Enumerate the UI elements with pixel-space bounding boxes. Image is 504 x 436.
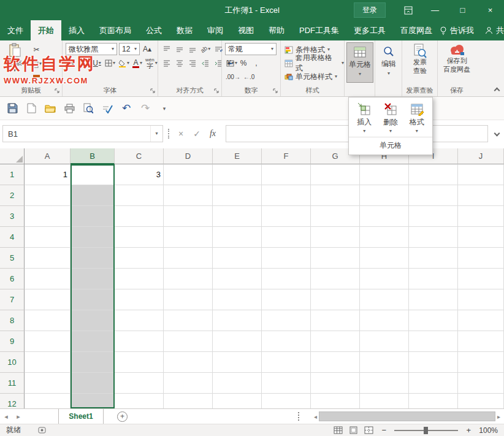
cell-G6[interactable] — [311, 269, 360, 289]
cell-F5[interactable] — [262, 248, 311, 269]
close-button[interactable]: × — [476, 0, 504, 20]
cell-H1[interactable] — [360, 164, 409, 185]
zoom-level-label[interactable]: 100% — [479, 426, 498, 435]
insert-function-button[interactable]: fx — [205, 125, 221, 142]
cell-J11[interactable] — [458, 373, 504, 394]
horizontal-scrollbar[interactable]: ◂ ▸ — [314, 411, 500, 421]
cell-J9[interactable] — [458, 331, 504, 352]
customize-qat-button[interactable]: ▾ — [157, 101, 172, 116]
invoice-check-button[interactable]: 发票 查验 — [405, 44, 435, 75]
cell-C12[interactable] — [115, 394, 164, 408]
print-preview-button[interactable] — [81, 101, 96, 116]
login-button[interactable]: 登录 — [354, 2, 386, 18]
cell-G9[interactable] — [311, 331, 360, 352]
sheet-tab-sheet1[interactable]: Sheet1 — [58, 409, 104, 424]
cell-I4[interactable] — [409, 227, 458, 248]
macro-record-button[interactable] — [38, 427, 46, 434]
cell-C5[interactable] — [115, 248, 164, 269]
cell-A4[interactable] — [25, 227, 71, 248]
cell-I8[interactable] — [409, 310, 458, 331]
phonetic-button[interactable]: wén字▾ — [145, 57, 158, 69]
menu-item-insert[interactable]: 插入 ▾ — [352, 101, 376, 136]
row-header-3[interactable]: 3 — [0, 206, 25, 227]
redo-button[interactable]: ↷ — [138, 101, 153, 116]
cells-button[interactable]: 单元格 ▾ — [346, 42, 373, 83]
align-middle-button[interactable] — [174, 43, 185, 55]
scroll-left-arrow[interactable]: ◂ — [314, 413, 317, 420]
cell-A3[interactable] — [25, 206, 71, 227]
cell-D8[interactable] — [164, 310, 213, 331]
cell-H7[interactable] — [360, 289, 409, 310]
accounting-format-button[interactable]: ¥▾ — [225, 57, 236, 69]
tab-formulas[interactable]: 公式 — [139, 20, 169, 40]
cell-C7[interactable] — [115, 289, 164, 310]
cell-F4[interactable] — [262, 227, 311, 248]
column-header-J[interactable]: J — [458, 148, 504, 164]
cell-G2[interactable] — [311, 185, 360, 206]
cell-I5[interactable] — [409, 248, 458, 269]
row-header-12[interactable]: 12 — [0, 394, 25, 408]
number-format-combo[interactable]: 常规▾ — [225, 43, 277, 55]
percent-style-button[interactable]: % — [238, 57, 249, 69]
cell-F7[interactable] — [262, 289, 311, 310]
font-size-combo[interactable]: 12▾ — [119, 43, 140, 55]
cell-J5[interactable] — [458, 248, 504, 269]
cell-F1[interactable] — [262, 164, 311, 185]
cell-J2[interactable] — [458, 185, 504, 206]
cell-B3[interactable] — [71, 206, 115, 227]
cell-E8[interactable] — [213, 310, 262, 331]
cell-A1[interactable]: 1 — [25, 164, 71, 185]
cell-F6[interactable] — [262, 269, 311, 289]
tab-review[interactable]: 审阅 — [200, 20, 231, 40]
fill-color-button[interactable]: ▾ — [118, 57, 130, 69]
tab-insert[interactable]: 插入 — [61, 20, 92, 40]
cell-J6[interactable] — [458, 269, 504, 289]
cell-styles-button[interactable]: 单元格样式 ▾ — [281, 71, 337, 83]
orientation-button[interactable]: ab▾ — [200, 43, 211, 55]
spelling-button[interactable] — [100, 101, 115, 116]
tab-file[interactable]: 文件 — [0, 20, 31, 40]
cell-I2[interactable] — [409, 185, 458, 206]
column-header-E[interactable]: E — [213, 148, 262, 164]
cell-B2[interactable] — [71, 185, 115, 206]
ribbon-display-options-button[interactable] — [399, 0, 418, 20]
cell-D3[interactable] — [164, 206, 213, 227]
name-box-dropdown-icon[interactable]: ▾ — [155, 131, 158, 136]
cell-F10[interactable] — [262, 352, 311, 373]
cell-F2[interactable] — [262, 185, 311, 206]
tab-more-tools[interactable]: 更多工具 — [346, 20, 393, 40]
name-box[interactable]: B1 ▾ — [2, 125, 163, 142]
cell-I11[interactable] — [409, 373, 458, 394]
cell-B5[interactable] — [71, 248, 115, 269]
row-header-1[interactable]: 1 — [0, 164, 25, 185]
align-top-button[interactable] — [161, 43, 172, 55]
cell-J12[interactable] — [458, 394, 504, 408]
column-header-C[interactable]: C — [115, 148, 164, 164]
tab-help[interactable]: 帮助 — [261, 20, 292, 40]
align-bottom-button[interactable] — [187, 43, 198, 55]
cell-H12[interactable] — [360, 394, 409, 408]
borders-button[interactable]: ▾ — [104, 57, 116, 69]
cell-A6[interactable] — [25, 269, 71, 289]
page-break-view-button[interactable] — [364, 426, 373, 434]
cut-button[interactable]: ✂ — [31, 44, 42, 56]
decrease-decimal-button[interactable]: ←.0 — [243, 71, 255, 83]
copy-button[interactable]: ▾ — [31, 58, 42, 70]
font-launcher-icon[interactable] — [150, 88, 156, 94]
tab-view[interactable]: 视图 — [231, 20, 261, 40]
font-name-combo[interactable]: 微软雅黑▾ — [66, 43, 117, 55]
tab-data[interactable]: 数据 — [169, 20, 200, 40]
zoom-slider-thumb[interactable] — [424, 427, 428, 434]
cell-E7[interactable] — [213, 289, 262, 310]
cell-I3[interactable] — [409, 206, 458, 227]
alignment-launcher-icon[interactable] — [213, 88, 220, 94]
align-left-button[interactable] — [161, 57, 172, 69]
cell-F11[interactable] — [262, 373, 311, 394]
row-header-6[interactable]: 6 — [0, 269, 25, 289]
open-button[interactable] — [43, 101, 58, 116]
cell-B12[interactable] — [71, 394, 115, 408]
enter-button[interactable]: ✓ — [189, 125, 205, 142]
menu-item-delete[interactable]: 删除 ▾ — [378, 101, 403, 136]
cell-H11[interactable] — [360, 373, 409, 394]
cell-E6[interactable] — [213, 269, 262, 289]
